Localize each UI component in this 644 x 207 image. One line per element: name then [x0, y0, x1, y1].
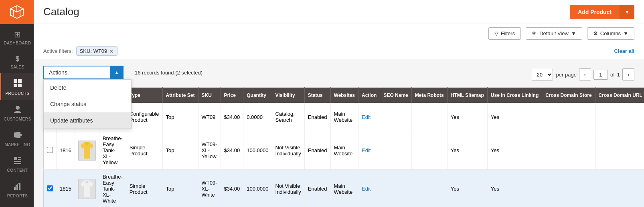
svg-rect-14	[19, 183, 20, 190]
prev-page-button[interactable]: ‹	[579, 68, 591, 80]
edit-link[interactable]: Edit	[362, 186, 371, 192]
records-info: 16 records found (2 selected)	[135, 70, 203, 76]
row-html-sitemap: Yes	[447, 103, 487, 131]
row-cross-domain-url	[595, 170, 644, 207]
add-product-label: Add Product	[570, 5, 620, 19]
svg-rect-13	[16, 185, 18, 190]
sku-filter-value: SKU: WT09	[80, 48, 107, 54]
sidebar-item-marketing[interactable]: MARKETING	[0, 125, 34, 151]
edit-link[interactable]: Edit	[362, 114, 371, 120]
row-attribute-set: Top	[162, 170, 198, 207]
row-image	[75, 131, 99, 170]
sidebar-item-products[interactable]: PRODUCTS	[0, 73, 34, 100]
row-meta-robots	[411, 103, 447, 131]
clear-all-button[interactable]: Clear all	[614, 48, 634, 54]
default-view-button[interactable]: 👁 Default View ▼	[526, 27, 582, 40]
sidebar-item-customers[interactable]: CUSTOMERS	[0, 100, 34, 125]
sidebar-item-label: REPORTS	[7, 194, 28, 198]
per-page-dropdown[interactable]: 20 30 50	[532, 69, 553, 80]
per-page-label: per page	[556, 72, 577, 78]
grid-controls: ActionsDeleteChange statusUpdate attribu…	[43, 66, 634, 83]
total-pages: 1	[617, 72, 620, 78]
row-visibility: Catalog, Search	[272, 103, 304, 131]
svg-rect-0	[14, 79, 17, 83]
sidebar-logo	[0, 0, 34, 24]
row-action: Edit	[358, 131, 380, 170]
th-action: Action	[358, 88, 380, 103]
row-use-in-cross-linking: Yes	[487, 103, 542, 131]
sidebar-item-label: SALES	[10, 65, 24, 69]
actions-select[interactable]: ActionsDeleteChange statusUpdate attribu…	[43, 66, 124, 79]
th-status: Status	[304, 88, 330, 103]
row-action: Edit	[358, 170, 380, 207]
remove-sku-filter-button[interactable]: ✕	[109, 48, 114, 54]
product-thumbnail	[78, 141, 96, 161]
sidebar-item-dashboard[interactable]: ⊞ DASHBOARD	[0, 24, 34, 49]
products-icon	[13, 79, 22, 90]
svg-rect-12	[14, 187, 16, 190]
row-cross-domain-url	[595, 103, 644, 131]
dropdown-item-update-attributes[interactable]: Update attributes	[44, 113, 131, 129]
row-use-in-cross-linking: Yes	[487, 131, 542, 170]
th-visibility: Visibility	[272, 88, 304, 103]
svg-rect-7	[14, 157, 17, 160]
row-name: Breathe-Easy Tank-XL-White	[99, 170, 126, 207]
columns-button[interactable]: ⚙ Columns ▼	[587, 27, 634, 40]
add-product-arrow-icon[interactable]: ▼	[620, 5, 634, 19]
content-area: ActionsDeleteChange statusUpdate attribu…	[34, 59, 644, 207]
filters-label: Filters	[501, 30, 515, 36]
sidebar-item-label: PRODUCTS	[5, 91, 29, 96]
edit-link[interactable]: Edit	[362, 147, 371, 153]
row-visibility: Not Visible Individually	[272, 170, 304, 207]
filters-button[interactable]: ▽ Filters	[488, 27, 521, 40]
add-product-button[interactable]: Add Product ▼	[570, 5, 634, 19]
sidebar-item-label: MARKETING	[5, 143, 30, 147]
row-cross-domain-store	[542, 103, 595, 131]
row-checkbox[interactable]	[47, 147, 53, 153]
row-websites: Main Website	[330, 131, 358, 170]
row-meta-robots	[411, 170, 447, 207]
filters-bar: Active filters: SKU: WT09 ✕ Clear all	[34, 43, 644, 59]
th-html-sitemap: HTML Sitemap	[447, 88, 487, 103]
sidebar-item-content[interactable]: CONTENT	[0, 151, 34, 177]
table-header-row: Name Type Attribute Set SKU Price Quanti…	[44, 88, 644, 103]
sidebar-item-sales[interactable]: $ SALES	[0, 49, 34, 73]
sidebar-item-reports[interactable]: REPORTS	[0, 177, 34, 202]
row-checkbox-cell	[44, 170, 57, 207]
svg-rect-9	[18, 159, 21, 160]
dropdown-item-delete[interactable]: Delete	[44, 80, 131, 96]
filter-chips: Active filters: SKU: WT09 ✕	[43, 46, 117, 56]
customers-icon	[13, 105, 22, 115]
row-checkbox[interactable]	[47, 185, 53, 191]
row-use-in-cross-linking: Yes	[487, 170, 542, 207]
row-meta-robots	[411, 131, 447, 170]
svg-point-4	[16, 106, 20, 110]
main-content: Catalog Add Product ▼ ▽ Filters 👁 Defaul…	[34, 0, 644, 207]
eye-icon: 👁	[532, 30, 537, 36]
svg-rect-2	[14, 84, 17, 87]
svg-rect-3	[18, 84, 22, 87]
svg-marker-5	[14, 132, 20, 138]
next-page-button[interactable]: ›	[622, 68, 634, 80]
row-websites: Main Website	[330, 170, 358, 207]
actions-row: ActionsDeleteChange statusUpdate attribu…	[43, 66, 203, 79]
actions-select-wrapper: ActionsDeleteChange statusUpdate attribu…	[43, 66, 124, 79]
row-sku: WT09-XL-Yellow	[198, 131, 221, 170]
th-price: Price	[221, 88, 243, 103]
content-icon	[14, 157, 22, 167]
row-cross-domain-url	[595, 131, 644, 170]
reports-icon	[14, 182, 22, 192]
page-of-label: of	[610, 72, 615, 78]
row-status: Enabled	[304, 131, 330, 170]
current-page-input[interactable]	[593, 70, 608, 80]
sku-filter-chip: SKU: WT09 ✕	[76, 46, 118, 56]
row-seo-name	[380, 131, 411, 170]
row-id: 1816	[57, 131, 75, 170]
default-view-arrow-icon: ▼	[571, 30, 576, 36]
toolbar: ▽ Filters 👁 Default View ▼ ⚙ Columns ▼	[34, 24, 644, 43]
th-seo-name: SEO Name	[380, 88, 411, 103]
th-websites: Websites	[330, 88, 358, 103]
row-cross-domain-store	[542, 131, 595, 170]
page-title: Catalog	[43, 6, 79, 18]
dropdown-item-change-status[interactable]: Change status	[44, 96, 131, 113]
